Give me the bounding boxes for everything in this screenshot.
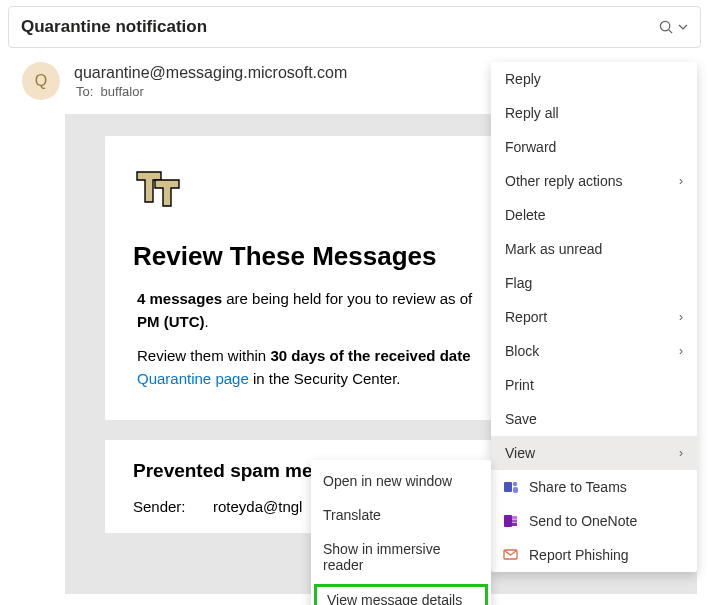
svg-point-3 [513,482,517,486]
menu-flag[interactable]: Flag [491,266,697,300]
svg-line-1 [669,29,673,33]
magnifier-icon [659,20,674,35]
svg-rect-2 [504,482,512,492]
submenu-immersive-reader[interactable]: Show in immersive reader [311,532,491,582]
message-context-menu: Reply Reply all Forward Other reply acti… [491,62,697,572]
zoom-control[interactable] [659,20,688,35]
chevron-right-icon: › [679,174,683,188]
chevron-right-icon: › [679,446,683,460]
menu-reply-all[interactable]: Reply all [491,96,697,130]
svg-point-0 [660,21,669,30]
chevron-right-icon: › [679,310,683,324]
menu-block[interactable]: Block› [491,334,697,368]
subject-bar: Quarantine notification [8,6,701,48]
quarantine-page-link[interactable]: Quarantine page [137,370,249,387]
submenu-open-new-window[interactable]: Open in new window [311,464,491,498]
menu-view[interactable]: View› [491,436,697,470]
svg-rect-4 [513,487,518,493]
menu-save[interactable]: Save [491,402,697,436]
menu-forward[interactable]: Forward [491,130,697,164]
chevron-right-icon: › [679,344,683,358]
view-submenu: Open in new window Translate Show in imm… [311,460,491,605]
chevron-down-icon [678,22,688,32]
teams-icon [503,479,519,495]
sender-label: Sender: [133,498,213,515]
svg-rect-5 [504,515,512,527]
menu-other-reply[interactable]: Other reply actions› [491,164,697,198]
menu-print[interactable]: Print [491,368,697,402]
submenu-translate[interactable]: Translate [311,498,491,532]
sender-value: roteyda@tngl [213,498,302,515]
svg-rect-7 [512,520,517,523]
subject-text: Quarantine notification [21,17,207,37]
menu-delete[interactable]: Delete [491,198,697,232]
sender-avatar: Q [22,62,60,100]
menu-mark-unread[interactable]: Mark as unread [491,232,697,266]
menu-report[interactable]: Report› [491,300,697,334]
menu-share-teams[interactable]: Share to Teams [491,470,697,504]
phishing-icon [503,547,519,563]
menu-reply[interactable]: Reply [491,62,697,96]
menu-report-phishing[interactable]: Report Phishing [491,538,697,572]
submenu-view-message-details[interactable]: View message details [314,584,488,605]
menu-send-onenote[interactable]: Send to OneNote [491,504,697,538]
onenote-icon [503,513,519,529]
svg-rect-8 [512,523,517,526]
svg-rect-6 [512,516,517,519]
